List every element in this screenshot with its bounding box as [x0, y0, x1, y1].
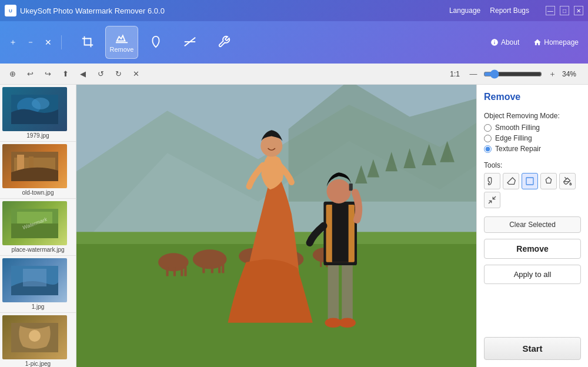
svg-rect-46 [320, 260, 322, 267]
svg-rect-32 [181, 267, 183, 276]
language-button[interactable]: Language [449, 6, 480, 15]
rotate-cw-btn[interactable]: ↩ [22, 66, 38, 82]
homepage-label: Homepage [544, 38, 579, 46]
zoom-percent: 34% [562, 70, 583, 78]
thumbnail-4 [2, 258, 67, 302]
edge-filling-radio[interactable] [484, 135, 492, 142]
title-bar: U UkeySoft Photo Watermark Remover 6.0.0… [0, 0, 588, 21]
texture-repair-option[interactable]: Texture Repair [484, 145, 581, 153]
polygon-tool[interactable] [540, 173, 557, 189]
image-name-4: 1.jpg [2, 303, 74, 310]
close-button[interactable]: ✕ [574, 6, 583, 15]
enhance-tool-button[interactable] [173, 26, 206, 59]
svg-line-60 [493, 196, 496, 199]
apply-to-all-button[interactable]: Apply to all [484, 265, 581, 284]
main-image-canvas [76, 85, 476, 367]
svg-line-61 [489, 201, 492, 203]
panel-title: Remove [484, 92, 581, 102]
start-button[interactable]: Start [484, 337, 581, 360]
flip-vertical-btn[interactable]: ⬆ [58, 66, 73, 82]
svg-point-34 [193, 249, 227, 269]
crop-tool-button[interactable] [71, 26, 104, 59]
svg-point-16 [29, 330, 41, 342]
tools-section: Tools: [484, 161, 581, 208]
toolbar-separator-1 [61, 35, 62, 49]
edge-filling-option[interactable]: Edge Filling [484, 134, 581, 142]
spacer [484, 290, 581, 331]
main-toolbar: ＋ － ✕ Remove [0, 21, 588, 64]
svg-point-52 [339, 318, 356, 328]
image-name-5: 1-pic.jpeg [2, 361, 74, 367]
flip-horizontal-btn[interactable]: ◀ [75, 66, 91, 82]
object-removing-mode-section: Object Removing Mode: Smooth Filling Edg… [484, 112, 581, 153]
zoom-slider[interactable] [483, 69, 542, 79]
svg-rect-38 [222, 265, 224, 273]
about-label: About [501, 38, 519, 46]
app-logo: U [5, 5, 16, 16]
rectangle-tool[interactable] [522, 173, 538, 189]
clear-selected-button[interactable]: Clear Selected [484, 216, 581, 233]
svg-rect-55 [332, 205, 349, 262]
tools-label: Tools: [484, 161, 581, 169]
rotate-ccw-btn[interactable]: ↪ [40, 66, 55, 82]
svg-rect-12 [17, 212, 52, 223]
texture-repair-radio[interactable] [484, 145, 492, 153]
title-bar-right: Language Report Bugs — □ ✕ [449, 6, 583, 15]
list-item[interactable]: 1-pic.jpeg [0, 313, 76, 367]
remove-file-button[interactable]: － [22, 34, 39, 51]
undo-btn[interactable]: ↺ [93, 66, 108, 82]
remove-tool-button[interactable]: Remove [105, 26, 138, 59]
list-item[interactable]: old-town.jpg [0, 142, 76, 199]
brush-tool[interactable] [484, 173, 500, 189]
thumbnail-1 [2, 87, 67, 131]
window-controls: — □ ✕ [546, 6, 583, 15]
smooth-filling-option[interactable]: Smooth Filling [484, 124, 581, 132]
zoom-fit-label: 1:1 [446, 70, 463, 78]
main-layout: 1979.jpg old-town.jpg [0, 85, 588, 367]
list-item[interactable]: 1.jpg [0, 256, 76, 313]
retouch-tool-button[interactable] [139, 26, 172, 59]
select-tool-btn[interactable]: ⊕ [5, 66, 20, 82]
remove-button[interactable]: Remove [484, 239, 581, 259]
svg-rect-11 [11, 223, 58, 238]
close-file-button[interactable]: ✕ [40, 34, 56, 51]
svg-rect-36 [211, 265, 213, 273]
remove-label: Remove [110, 46, 134, 53]
main-tool-buttons: Remove [71, 26, 240, 59]
cancel-btn[interactable]: ✕ [128, 66, 143, 82]
smooth-filling-radio[interactable] [484, 124, 492, 132]
svg-rect-49 [328, 262, 339, 323]
image-name-3: place-watermark.jpg [2, 246, 74, 253]
texture-repair-label: Texture Repair [495, 145, 541, 153]
action-bar: ⊕ ↩ ↪ ⬆ ◀ ↺ ↻ ✕ 1:1 — ＋ 34% [0, 64, 588, 85]
svg-rect-14 [23, 269, 46, 286]
maximize-button[interactable]: □ [560, 6, 569, 15]
zoom-in-btn[interactable]: ＋ [544, 66, 560, 82]
repair-tool-button[interactable] [208, 26, 240, 59]
right-panel: Remove Object Removing Mode: Smooth Fill… [476, 85, 588, 367]
image-name-1: 1979.jpg [2, 132, 74, 139]
svg-point-5 [32, 98, 49, 109]
smooth-filling-label: Smooth Filling [495, 124, 540, 132]
report-bugs-button[interactable]: Report Bugs [490, 6, 529, 15]
zoom-controls: 1:1 — ＋ 34% [446, 66, 583, 82]
eraser-tool[interactable] [503, 173, 519, 189]
svg-rect-37 [218, 265, 220, 273]
about-button[interactable]: About [486, 36, 524, 49]
fill-tool[interactable] [559, 173, 576, 189]
app-title: UkeySoft Photo Watermark Remover 6.0.0 [20, 6, 449, 15]
list-item[interactable]: Watermark place-watermark.jpg [0, 199, 76, 256]
zoom-out-btn[interactable]: — [466, 66, 481, 82]
magic-tool[interactable] [484, 192, 500, 208]
homepage-button[interactable]: Homepage [529, 36, 583, 49]
list-item[interactable]: 1979.jpg [0, 85, 76, 142]
minimize-button[interactable]: — [546, 6, 555, 15]
redo-btn[interactable]: ↻ [111, 66, 126, 82]
thumbnail-5 [2, 315, 67, 359]
svg-rect-31 [173, 267, 176, 276]
add-button[interactable]: ＋ [5, 34, 21, 51]
svg-marker-59 [546, 177, 551, 183]
main-image-view[interactable] [76, 85, 476, 367]
svg-rect-57 [349, 184, 353, 191]
image-list-panel: 1979.jpg old-town.jpg [0, 85, 76, 367]
